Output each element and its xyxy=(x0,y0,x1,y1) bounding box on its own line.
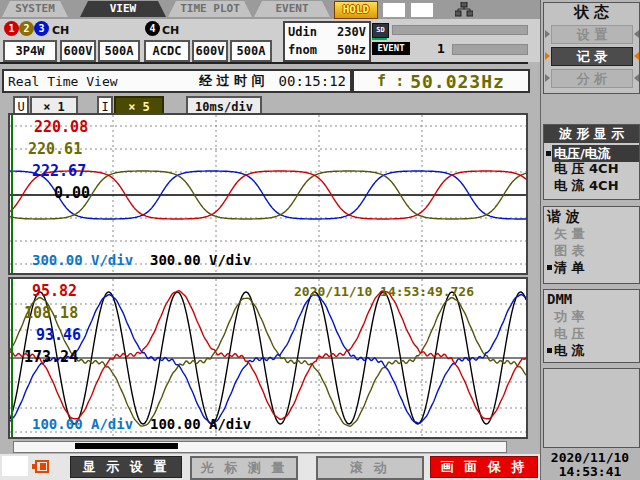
menu-dmm-current-label: 电 流 xyxy=(554,343,585,358)
nav-analyze-button[interactable]: 分 析 xyxy=(551,69,633,88)
selection-bullet xyxy=(547,265,552,270)
ch4-label: CH xyxy=(162,24,179,37)
waveform-scrollbar[interactable] xyxy=(13,441,507,453)
nav-record-label: 记 录 xyxy=(577,49,608,64)
menu-power[interactable]: 功 率 xyxy=(544,308,639,325)
dmm-section: DMM 功 率 电 压 电 流 xyxy=(543,289,640,363)
clock-time: 14:53:41 xyxy=(542,465,638,479)
frequency-readout: f : 50.023Hz xyxy=(352,69,530,93)
status-row: Real Time View 经 过 时 间 00:15:12 xyxy=(2,69,352,93)
channel-1-icon: 1 xyxy=(4,21,19,36)
tab-time-plot[interactable]: TIME PLOT xyxy=(168,1,252,17)
sd-card-status-bar xyxy=(372,38,387,40)
right-sidebar: 状 态 设 置 记 录 分 析 波 形 显 示 电压/电流 电 压 4CH 电 … xyxy=(540,0,640,480)
voltage-value-ch2: 220.61 xyxy=(28,142,82,157)
elapsed-time-label: 经 过 时 间 xyxy=(199,72,265,90)
voltage-waveform-panel: 220.08 220.61 222.67 0.00 300.00 V/div 3… xyxy=(8,113,528,275)
current-value-ch3: 93.46 xyxy=(36,328,81,343)
channel-4-icon: 4 xyxy=(145,21,160,36)
event-bar xyxy=(452,44,528,55)
voltage-value-ch4: 0.00 xyxy=(54,186,90,201)
current-range-button-ch4[interactable]: 500A xyxy=(230,40,272,62)
coupling-button-ch4[interactable]: ACDC xyxy=(144,40,190,62)
waveform-display-section: 波 形 显 示 电压/电流 电 压 4CH 电 流 4CH xyxy=(543,124,640,200)
scroll-button[interactable]: 滚 动 xyxy=(316,456,424,480)
status-box-1 xyxy=(382,2,406,18)
voltage-div-scale-right: 300.00 V/div xyxy=(150,252,251,268)
bottom-function-bar: 显 示 设 置 光 标 测 量 滚 动 画 面 保 持 xyxy=(0,454,540,480)
sd-usage-bar xyxy=(392,25,528,35)
current-value-ch4: 173.24 xyxy=(24,350,78,365)
waveform-timestamp: 2020/11/10 14:53:49.726 xyxy=(294,284,474,299)
clock: 2020/11/10 14:53:41 xyxy=(542,451,638,479)
wiring-button[interactable]: 3P4W xyxy=(3,40,57,62)
tab-event[interactable]: EVENT xyxy=(254,1,330,17)
analyzer-screen: SYSTEM VIEW TIME PLOT EVENT HOLD 1 2 3 C… xyxy=(0,0,640,480)
current-range-button-123[interactable]: 500A xyxy=(98,40,140,62)
voltage-value-ch1: 220.08 xyxy=(34,120,88,135)
separator-line xyxy=(0,62,528,64)
voltage-value-ch3: 222.67 xyxy=(32,164,86,179)
current-value-ch2: 108.18 xyxy=(24,306,78,321)
menu-list[interactable]: 清 单 xyxy=(544,259,639,276)
tab-view[interactable]: VIEW xyxy=(80,1,166,17)
hold-indicator[interactable]: HOLD xyxy=(334,1,378,19)
voltage-range-button-123[interactable]: 600V xyxy=(60,40,96,62)
channel-3-icon: 3 xyxy=(34,21,49,36)
udin-value: 230V xyxy=(337,23,366,41)
nav-record-button[interactable]: 记 录 xyxy=(551,47,633,66)
scrollbar-thumb[interactable] xyxy=(75,443,178,449)
nominal-settings-box[interactable]: Udin230V fnom50Hz xyxy=(283,21,371,62)
ch123-label: CH xyxy=(52,24,69,37)
blank-indicator-box xyxy=(2,456,28,476)
menu-voltage-current-label: 电压/电流 xyxy=(554,146,611,161)
tab-system[interactable]: SYSTEM xyxy=(2,1,68,17)
empty-section xyxy=(543,368,640,448)
menu-list-label: 清 单 xyxy=(554,260,585,275)
status-box-2 xyxy=(410,2,434,18)
harmonics-section: 谐 波 矢 量 图 表 清 单 xyxy=(543,206,640,284)
dmm-title: DMM xyxy=(544,290,639,308)
frequency-label: f : xyxy=(377,72,404,90)
sd-card-icon: SD xyxy=(372,23,389,38)
menu-dmm-voltage[interactable]: 电 压 xyxy=(544,325,639,342)
cursor-measure-button[interactable]: 光 标 测 量 xyxy=(190,456,298,480)
channel-config-bar: 1 2 3 CH 3P4W 600V 500A 4 CH ACDC 600V 5… xyxy=(0,19,540,62)
screen-hold-button[interactable]: 画 面 保 持 xyxy=(430,456,538,478)
nav-settings-button[interactable]: 设 置 xyxy=(551,25,633,44)
clock-date: 2020/11/10 xyxy=(542,451,638,465)
menu-graph[interactable]: 图 表 xyxy=(544,242,639,259)
top-tab-strip: SYSTEM VIEW TIME PLOT EVENT HOLD xyxy=(0,0,540,21)
nav-settings-label: 设 置 xyxy=(577,27,608,42)
status-title: 状 态 xyxy=(544,3,639,21)
menu-vector[interactable]: 矢 量 xyxy=(544,225,639,242)
menu-current-4ch[interactable]: 电 流 4CH xyxy=(544,177,639,194)
udin-label: Udin xyxy=(288,23,317,41)
selection-bullet xyxy=(547,348,552,353)
voltage-range-button-ch4[interactable]: 600V xyxy=(192,40,228,62)
menu-voltage-4ch[interactable]: 电 压 4CH xyxy=(544,160,639,177)
current-waveform-panel: 95.82 108.18 93.46 173.24 2020/11/10 14:… xyxy=(8,277,528,439)
status-section: 状 态 设 置 记 录 分 析 xyxy=(543,2,640,94)
waveform-section-title: 波 形 显 示 xyxy=(544,125,639,143)
fnom-value: 50Hz xyxy=(337,41,366,59)
menu-dmm-current[interactable]: 电 流 xyxy=(544,342,639,359)
network-icon xyxy=(455,2,473,17)
current-value-ch1: 95.82 xyxy=(32,284,77,299)
voltage-div-scale-left: 300.00 V/div xyxy=(32,252,133,268)
harmonics-title: 谐 波 xyxy=(544,207,639,225)
current-div-scale-left: 100.00 A/div xyxy=(32,416,133,432)
event-badge: EVENT xyxy=(372,42,410,55)
view-mode-label: Real Time View xyxy=(4,74,199,89)
power-source-icon xyxy=(32,458,50,475)
current-div-scale-right: 100.00 A/div xyxy=(150,416,251,432)
nav-analyze-label: 分 析 xyxy=(577,71,608,86)
selection-bullet xyxy=(546,151,551,156)
event-count: 1 xyxy=(437,41,445,56)
channel-2-icon: 2 xyxy=(19,21,34,36)
display-settings-button[interactable]: 显 示 设 置 xyxy=(70,456,182,478)
fnom-label: fnom xyxy=(288,41,317,59)
current-waveform-plot xyxy=(10,279,526,437)
elapsed-time-value: 00:15:12 xyxy=(265,73,350,89)
frequency-value: 50.023Hz xyxy=(410,71,505,92)
